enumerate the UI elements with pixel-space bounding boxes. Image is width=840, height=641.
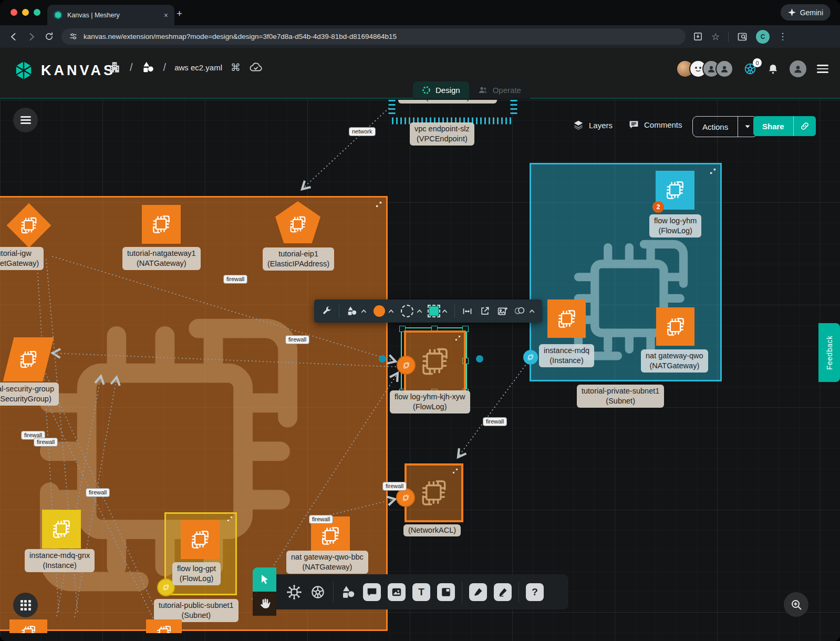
text-tool-button[interactable]: T — [412, 583, 430, 601]
node-label-instance-mdq[interactable]: instance-mdq(Instance) — [539, 344, 594, 367]
node-nat-gateway-qwo[interactable] — [656, 307, 694, 346]
shape-picker[interactable] — [346, 305, 367, 317]
bookmark-star-icon[interactable]: ☆ — [711, 31, 720, 43]
node-instance-mdq-gnx[interactable] — [42, 510, 81, 549]
subnet-connector[interactable] — [523, 350, 538, 365]
browser-tab[interactable]: Kanvas | Meshery × — [47, 5, 174, 25]
layers-button[interactable]: Layers — [573, 119, 613, 131]
edge-label-firewall[interactable]: firewall — [223, 275, 247, 284]
copy-link-button[interactable] — [793, 116, 816, 136]
shapes-tool-icon[interactable] — [340, 584, 356, 600]
node-partial[interactable] — [146, 619, 182, 633]
expand-node-icon[interactable] — [452, 468, 458, 474]
note-tool-button[interactable] — [437, 583, 455, 601]
node-internet-gateway[interactable] — [7, 204, 50, 247]
pan-tool-button[interactable] — [253, 592, 276, 616]
node-partial[interactable] — [9, 619, 47, 633]
edge-label-firewall[interactable]: firewall — [285, 335, 309, 344]
node-label-flow-log-yhm[interactable]: flow log-yhm(FlowLog) — [649, 214, 701, 237]
shortcuts-icon[interactable]: ⌘ — [231, 61, 241, 74]
tab-design[interactable]: Design — [413, 81, 469, 99]
node-label-instance-mdq-gnx[interactable]: instance-mdq-gnx(Instance) — [25, 549, 95, 572]
design-canvas[interactable]: Layers Comments Actions Share (RouteTabl… — [0, 100, 840, 641]
window-controls[interactable] — [11, 9, 40, 16]
zoom-window-button[interactable] — [34, 9, 40, 16]
node-label-public-subnet[interactable]: tutorial-public-subnet1(Subnet) — [154, 599, 238, 622]
dot-grid-button[interactable] — [13, 593, 38, 617]
new-tab-button[interactable]: + — [177, 8, 182, 18]
design-file-name[interactable]: aws ec2.yaml — [174, 63, 222, 72]
node-label-nat-gateway-1[interactable]: tutorial-natgateway1(NATGateway) — [122, 247, 201, 270]
minimize-window-button[interactable] — [22, 9, 29, 16]
environment-connections[interactable]: 0 — [743, 61, 758, 76]
zoom-button[interactable] — [784, 592, 808, 617]
save-page-icon[interactable] — [693, 32, 703, 42]
collaborator-avatar[interactable] — [715, 60, 733, 78]
notifications-bell-icon[interactable] — [767, 63, 779, 75]
edge-label-firewall[interactable]: firewall — [382, 482, 407, 491]
reload-icon[interactable] — [44, 32, 54, 42]
node-security-group[interactable] — [8, 337, 48, 381]
close-window-button[interactable] — [11, 9, 17, 16]
comments-button[interactable]: Comments — [628, 119, 682, 130]
tab-close-icon[interactable]: × — [164, 11, 168, 19]
search-panel-icon[interactable] — [737, 32, 748, 42]
site-settings-icon[interactable] — [69, 32, 78, 41]
feedback-tab[interactable]: Feedback — [818, 323, 840, 382]
collaborator-avatars[interactable] — [676, 60, 733, 78]
expand-node-icon[interactable] — [455, 335, 461, 341]
node-label-nat-gateway-qwo[interactable]: nat gateway-qwo(NATGateway) — [641, 349, 708, 373]
draw-pencil-button[interactable] — [494, 583, 512, 601]
node-nat-gateway-1[interactable] — [142, 205, 181, 244]
gemini-button[interactable]: Gemini — [781, 4, 831, 20]
select-tool-button[interactable] — [253, 567, 276, 592]
component-tool-icon[interactable] — [286, 584, 303, 601]
browser-profile-avatar[interactable]: C — [756, 30, 770, 44]
expand-node-icon[interactable] — [227, 516, 233, 522]
clone-picker[interactable] — [515, 306, 535, 317]
selection-style-picker[interactable] — [429, 306, 448, 316]
help-button[interactable]: ? — [526, 583, 544, 601]
edge-label-firewall[interactable]: firewall — [34, 438, 58, 447]
node-instance-mdq[interactable] — [547, 299, 586, 338]
configure-wrench-icon[interactable] — [322, 306, 332, 316]
edge-endpoint-dot[interactable] — [476, 355, 483, 363]
forward-icon[interactable] — [26, 32, 37, 42]
border-style-picker[interactable] — [401, 305, 422, 317]
actions-button[interactable]: Actions — [692, 116, 758, 137]
user-avatar[interactable] — [789, 59, 807, 78]
node-label-flow-log-selected[interactable]: flow log-yhm-kjh-xyw(FlowLog) — [390, 390, 470, 413]
comment-tool-button[interactable] — [363, 583, 381, 601]
canvas-menu-button[interactable] — [13, 108, 38, 132]
resize-width-icon[interactable] — [462, 306, 473, 317]
node-label-route-table[interactable]: (RouteTable) — [398, 100, 497, 104]
flow-log-connector[interactable] — [397, 356, 416, 375]
edge-label-firewall[interactable]: firewall — [309, 515, 333, 524]
node-label-private-subnet[interactable]: tutorial-private-subnet1(Subnet) — [577, 385, 664, 408]
browser-menu-icon[interactable]: ⋮ — [778, 31, 787, 42]
designs-icon[interactable] — [141, 60, 155, 74]
node-flow-log-gpt[interactable] — [181, 520, 220, 559]
tab-operate[interactable]: Operate — [469, 81, 530, 99]
edge-label-firewall[interactable]: firewall — [483, 417, 507, 426]
node-label-nat-gateway-qwo-bbc[interactable]: nat gateway-qwo-bbc(NATGateway) — [286, 551, 368, 574]
connect-pen-button[interactable] — [469, 583, 487, 601]
organization-icon[interactable] — [108, 60, 121, 74]
edge-endpoint-dot[interactable] — [379, 355, 386, 363]
share-button[interactable]: Share — [753, 116, 816, 136]
kubernetes-tool-icon[interactable] — [309, 584, 326, 601]
image-tool-button[interactable] — [388, 583, 406, 601]
back-icon[interactable] — [8, 32, 19, 42]
kanvas-brand[interactable]: KANVAS — [14, 60, 116, 80]
node-label-security-group[interactable]: al-security-groupSecurityGroup) — [0, 382, 59, 406]
add-image-icon[interactable] — [497, 306, 508, 317]
node-label-vpc-endpoint[interactable]: vpc endpoint-slz(VPCEndpoint) — [410, 122, 474, 146]
url-input[interactable]: kanvas.new/extension/meshmap?mode=design… — [61, 28, 686, 45]
node-label-flow-log-gpt[interactable]: flow log-gpt(FlowLog) — [172, 562, 221, 585]
node-label-network-acl[interactable]: (NetworkACL) — [403, 524, 461, 536]
edge-label-network[interactable]: network — [349, 127, 376, 136]
open-in-new-icon[interactable] — [480, 306, 490, 316]
app-menu-icon[interactable] — [817, 63, 828, 75]
network-acl-connector[interactable] — [396, 488, 415, 507]
edge-label-firewall[interactable]: firewall — [86, 488, 110, 497]
